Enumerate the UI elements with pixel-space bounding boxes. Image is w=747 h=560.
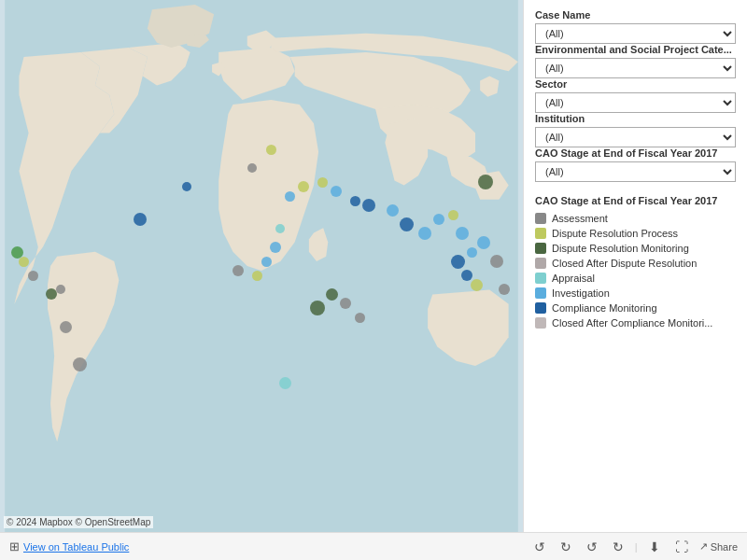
- filter-label-env-social: Environmental and Social Project Cate...: [535, 44, 736, 55]
- legend-item-label: Dispute Resolution Process: [552, 228, 678, 239]
- share-icon: ↗: [699, 540, 708, 553]
- undo2-button[interactable]: ↺: [583, 538, 601, 556]
- undo-button[interactable]: ↺: [530, 538, 549, 556]
- legend-title: CAO Stage at End of Fiscal Year 2017: [535, 195, 736, 206]
- legend-item: Compliance Monitoring: [535, 302, 736, 314]
- legend-color-swatch: [535, 302, 546, 314]
- filter-group-case-name: Case Name(All): [535, 9, 736, 44]
- share-button[interactable]: ↗ Share: [699, 540, 738, 553]
- toolbar: ⊞ View on Tableau Public ↺ ↻ ↺ ↻ | ⬇ ⛶ ↗…: [0, 532, 747, 560]
- legend-items: AssessmentDispute Resolution ProcessDisp…: [535, 213, 736, 329]
- legend-item-label: Closed After Dispute Resolution: [552, 258, 697, 269]
- filter-group-sector: Sector(All): [535, 78, 736, 113]
- legend-color-swatch: [535, 228, 546, 239]
- filter-group-cao-stage: CAO Stage at End of Fiscal Year 2017(All…: [535, 147, 736, 182]
- filter-group-env-social: Environmental and Social Project Cate...…: [535, 44, 736, 78]
- filter-select-case-name[interactable]: (All): [535, 23, 736, 44]
- filter-label-institution: Institution: [535, 113, 736, 124]
- sidebar: Case Name(All)Environmental and Social P…: [523, 0, 747, 532]
- legend-color-swatch: [535, 213, 546, 224]
- legend-section: CAO Stage at End of Fiscal Year 2017 Ass…: [535, 191, 736, 329]
- legend-item: Dispute Resolution Process: [535, 228, 736, 239]
- legend-item: Dispute Resolution Monitoring: [535, 243, 736, 254]
- download-button[interactable]: ⬇: [645, 538, 664, 556]
- legend-item-label: Assessment: [552, 213, 608, 224]
- toolbar-right: ↺ ↻ ↺ ↻ | ⬇ ⛶ ↗ Share: [530, 538, 738, 556]
- legend-item-label: Closed After Compliance Monitori...: [552, 317, 712, 329]
- redo2-button[interactable]: ↻: [609, 538, 627, 556]
- legend-color-swatch: [535, 287, 546, 299]
- redo-button[interactable]: ↻: [557, 538, 575, 556]
- legend-item-label: Compliance Monitoring: [552, 302, 657, 314]
- legend-item: Assessment: [535, 213, 736, 224]
- legend-color-swatch: [535, 273, 546, 284]
- toolbar-left: ⊞ View on Tableau Public: [9, 539, 523, 553]
- legend-color-swatch: [535, 317, 546, 329]
- filter-label-sector: Sector: [535, 78, 736, 90]
- filter-label-case-name: Case Name: [535, 9, 736, 21]
- filter-select-cao-stage[interactable]: (All): [535, 161, 736, 182]
- legend-item-label: Appraisal: [552, 273, 595, 284]
- legend-item: Closed After Compliance Monitori...: [535, 317, 736, 329]
- legend-item: Closed After Dispute Resolution: [535, 258, 736, 269]
- filter-label-cao-stage: CAO Stage at End of Fiscal Year 2017: [535, 147, 736, 159]
- tableau-label[interactable]: View on Tableau Public: [23, 541, 129, 553]
- filter-select-sector[interactable]: (All): [535, 92, 736, 113]
- map-container: © 2024 Mapbox © OpenStreetMap: [0, 0, 523, 532]
- map-copyright: © 2024 Mapbox © OpenStreetMap: [4, 516, 153, 528]
- tableau-grid-icon: ⊞: [9, 539, 20, 553]
- legend-color-swatch: [535, 258, 546, 269]
- share-label: Share: [711, 541, 738, 553]
- legend-item: Appraisal: [535, 273, 736, 284]
- legend-item-label: Dispute Resolution Monitoring: [552, 243, 689, 254]
- legend-color-swatch: [535, 243, 546, 254]
- legend-item-label: Investigation: [552, 287, 610, 299]
- toolbar-divider: |: [635, 541, 638, 553]
- filter-group-institution: Institution(All): [535, 113, 736, 147]
- legend-item: Investigation: [535, 287, 736, 299]
- fullscreen-button[interactable]: ⛶: [671, 538, 692, 556]
- filter-select-institution[interactable]: (All): [535, 127, 736, 147]
- filter-select-env-social[interactable]: (All): [535, 58, 736, 78]
